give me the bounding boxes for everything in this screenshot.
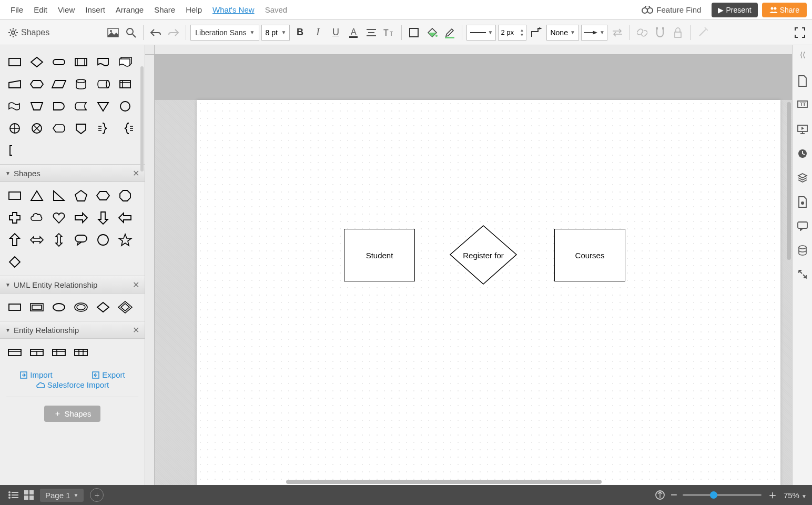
- shape-database[interactable]: [72, 75, 90, 94]
- shape-arrow-up[interactable]: [5, 230, 24, 249]
- dock-page-icon[interactable]: [795, 74, 810, 88]
- shape-stored-data[interactable]: [72, 97, 90, 116]
- menu-share[interactable]: Share: [149, 5, 180, 14]
- shape-star[interactable]: [116, 230, 135, 249]
- shape-right-triangle[interactable]: [49, 186, 68, 205]
- zoom-value[interactable]: 75% ▼: [784, 491, 807, 500]
- shape-callout[interactable]: [72, 230, 90, 249]
- shape-er-relationship[interactable]: [94, 298, 113, 317]
- collapse-dock-button[interactable]: ⟨⟨: [800, 48, 805, 64]
- export-link[interactable]: Export: [92, 370, 125, 379]
- shape-heart[interactable]: [49, 208, 68, 227]
- shape-circle[interactable]: [94, 230, 113, 249]
- bold-button[interactable]: B: [292, 25, 308, 41]
- shape-multidoc[interactable]: [116, 53, 135, 72]
- line-width-select[interactable]: 2 px ▲▼: [498, 25, 526, 41]
- zoom-slider[interactable]: [683, 494, 762, 496]
- link-button[interactable]: [634, 25, 650, 41]
- arrow-start-select[interactable]: None ▼: [546, 25, 578, 41]
- list-view-button[interactable]: [5, 488, 21, 502]
- shape-document[interactable]: [94, 53, 113, 72]
- fill-button[interactable]: [406, 25, 422, 41]
- dock-master-icon[interactable]: [795, 195, 810, 209]
- salesforce-import-link[interactable]: Salesforce Import: [0, 380, 145, 393]
- dock-chat-icon[interactable]: [795, 219, 810, 234]
- zoom-fit-button[interactable]: [655, 490, 665, 500]
- font-select[interactable]: Liberation Sans ▼: [190, 25, 259, 41]
- shape-arrow-ud[interactable]: [49, 230, 68, 249]
- shape-paper-tape[interactable]: [5, 97, 24, 116]
- shape-er-attribute[interactable]: [49, 298, 68, 317]
- shape-off-page[interactable]: [72, 119, 90, 138]
- shape-er-weak-rel[interactable]: [116, 298, 135, 317]
- shape-arrow-lr[interactable]: [27, 230, 46, 249]
- shape-manual-input[interactable]: [5, 75, 24, 94]
- fullscreen-button[interactable]: [792, 25, 808, 41]
- canvas-scrollbar-v[interactable]: [787, 102, 791, 260]
- menu-help[interactable]: Help: [180, 5, 207, 14]
- panel-scrollbar[interactable]: [140, 66, 144, 171]
- canvas-scrollbar-h[interactable]: [286, 480, 602, 484]
- swap-arrows-button[interactable]: [610, 25, 625, 41]
- dock-data-icon[interactable]: [795, 243, 810, 258]
- border-color-button[interactable]: [442, 25, 458, 41]
- shape-triangle[interactable]: [27, 186, 46, 205]
- shape-arrow-down[interactable]: [94, 208, 113, 227]
- italic-button[interactable]: I: [310, 25, 326, 41]
- shape-arrow-right[interactable]: [72, 208, 90, 227]
- close-icon[interactable]: ✕: [133, 280, 139, 290]
- shape-er-weak-entity[interactable]: [27, 298, 46, 317]
- menu-view[interactable]: View: [53, 5, 80, 14]
- line-route-button[interactable]: [529, 25, 544, 41]
- shape-terminator[interactable]: [49, 53, 68, 72]
- shape-merge[interactable]: [94, 97, 113, 116]
- shape-er-table3[interactable]: [49, 343, 68, 362]
- shape-process[interactable]: [5, 53, 24, 72]
- shape-er-entity[interactable]: [5, 298, 24, 317]
- magnet-button[interactable]: [652, 25, 668, 41]
- relationship-register[interactable]: Register for: [449, 225, 517, 285]
- shape-er-table2[interactable]: [27, 343, 46, 362]
- shape-pentagon[interactable]: [72, 186, 90, 205]
- shape-delay[interactable]: [49, 97, 68, 116]
- add-page-button[interactable]: ＋: [90, 488, 104, 502]
- shape-rectangle[interactable]: [5, 186, 24, 205]
- shapes-section-header[interactable]: ▼ Shapes ✕: [0, 164, 145, 182]
- lock-button[interactable]: [670, 25, 686, 41]
- undo-button[interactable]: [148, 25, 164, 41]
- zoom-thumb[interactable]: [710, 491, 717, 499]
- shape-octagon[interactable]: [116, 186, 135, 205]
- menu-whats-new[interactable]: What's New: [207, 5, 260, 14]
- entity-courses[interactable]: Courses: [554, 229, 625, 281]
- underline-button[interactable]: U: [328, 25, 343, 41]
- close-icon[interactable]: ✕: [133, 325, 139, 335]
- shape-cloud[interactable]: [27, 208, 46, 227]
- shape-brace-right[interactable]: [94, 119, 113, 138]
- image-tool[interactable]: [105, 25, 121, 41]
- menu-file[interactable]: File: [5, 5, 28, 14]
- present-button[interactable]: ▶ Present: [712, 3, 757, 17]
- shape-preparation[interactable]: [27, 75, 46, 94]
- page-tab[interactable]: Page 1 ▼: [40, 489, 84, 502]
- grid-view-button[interactable]: [21, 488, 37, 502]
- line-style-select[interactable]: ▼: [466, 25, 496, 41]
- shape-diamond[interactable]: [5, 252, 24, 271]
- shape-er-multival[interactable]: [72, 298, 90, 317]
- dock-history-icon[interactable]: [795, 146, 810, 161]
- share-button[interactable]: Share: [762, 3, 807, 17]
- shape-brace-left[interactable]: [116, 119, 135, 138]
- redo-button[interactable]: [166, 25, 181, 41]
- dock-present-icon[interactable]: [795, 122, 810, 137]
- open-shapes-button[interactable]: ＋ Shapes: [44, 406, 101, 422]
- entity-student[interactable]: Student: [344, 229, 415, 281]
- arrow-end-select[interactable]: ▼: [581, 25, 607, 41]
- menu-arrange[interactable]: Arrange: [110, 5, 149, 14]
- shape-predefined[interactable]: [72, 53, 90, 72]
- text-size-button[interactable]: TT: [381, 25, 397, 41]
- shape-hexagon[interactable]: [94, 186, 113, 205]
- text-color-button[interactable]: A: [346, 25, 361, 41]
- wand-button[interactable]: [695, 25, 710, 41]
- shape-display[interactable]: [49, 119, 68, 138]
- shape-er-table1[interactable]: [5, 343, 24, 362]
- shape-er-table4[interactable]: [72, 343, 90, 362]
